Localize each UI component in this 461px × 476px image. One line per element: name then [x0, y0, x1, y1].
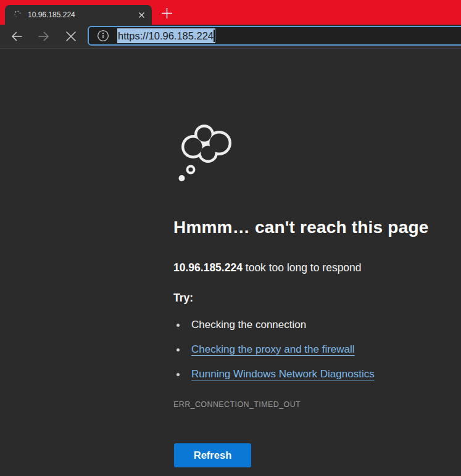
error-code: ERR_CONNECTION_TIMED_OUT [173, 400, 301, 409]
address-bar[interactable]: https://10.96.185.224 [88, 26, 461, 46]
error-title: Hmmm… can't reach this page [173, 218, 429, 237]
list-item: Running Windows Network Diagnostics [173, 362, 375, 387]
forward-button[interactable] [33, 27, 54, 46]
list-item: Checking the connection [173, 313, 375, 337]
plus-icon [161, 7, 173, 19]
site-info-button[interactable] [94, 28, 112, 44]
bullet-icon [177, 324, 180, 327]
browser-tab[interactable]: 10.96.185.224 [5, 5, 152, 25]
new-tab-button[interactable] [157, 4, 176, 22]
error-host: 10.96.185.224 [173, 261, 243, 274]
cloud-thought-bubble-icon [171, 120, 233, 185]
proxy-firewall-link[interactable]: Checking the proxy and the firewall [191, 343, 355, 356]
url-selected-text: https://10.96.185.224 [118, 28, 214, 43]
tab-loading-spinner-icon [12, 10, 22, 20]
suggestion-text: Checking the connection [191, 319, 306, 331]
bullet-icon [177, 348, 180, 351]
tab-close-icon[interactable] [136, 9, 147, 20]
tab-strip: 10.96.185.224 [0, 0, 461, 25]
back-arrow-icon [10, 30, 23, 43]
address-input[interactable]: https://10.96.185.224 [117, 28, 215, 43]
error-page: Hmmm… can't reach this page 10.96.185.22… [0, 49, 461, 475]
info-icon [97, 30, 109, 42]
text-caret [214, 30, 215, 42]
navigation-bar: https://10.96.185.224 [0, 25, 461, 49]
suggestion-list: Checking the connection Checking the pro… [173, 313, 375, 387]
tab-title: 10.96.185.224 [28, 10, 130, 19]
list-item: Checking the proxy and the firewall [173, 337, 375, 362]
bullet-icon [177, 373, 180, 376]
refresh-button[interactable]: Refresh [174, 443, 251, 467]
stop-button[interactable] [60, 27, 81, 46]
error-subtitle: 10.96.185.224 took too long to respond [173, 261, 362, 275]
network-diagnostics-link[interactable]: Running Windows Network Diagnostics [191, 368, 375, 380]
error-subtitle-text: took too long to respond [243, 261, 362, 274]
stop-x-icon [65, 30, 77, 43]
forward-arrow-icon [37, 30, 51, 43]
back-button[interactable] [6, 27, 27, 46]
try-label: Try: [173, 292, 193, 305]
